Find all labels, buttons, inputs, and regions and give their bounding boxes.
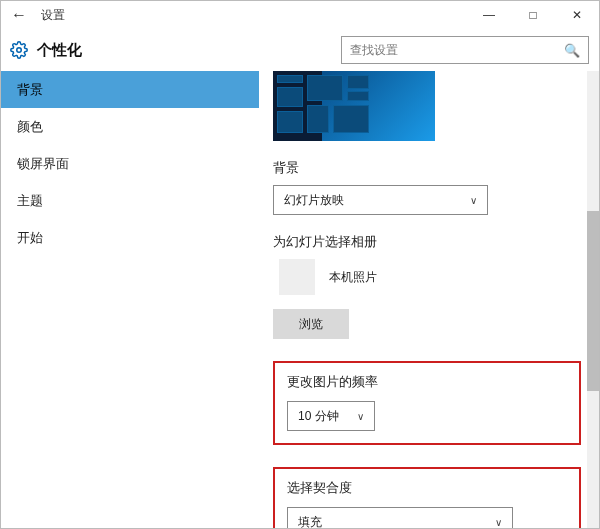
vertical-scrollbar[interactable] xyxy=(587,71,599,528)
fit-label: 选择契合度 xyxy=(287,479,567,497)
background-dropdown-value: 幻灯片放映 xyxy=(284,192,344,209)
svg-point-0 xyxy=(17,48,22,53)
close-button[interactable]: ✕ xyxy=(555,1,599,29)
album-thumbnail xyxy=(279,259,315,295)
maximize-button[interactable]: □ xyxy=(511,1,555,29)
frequency-value: 10 分钟 xyxy=(298,408,339,425)
scrollbar-thumb[interactable] xyxy=(587,211,599,391)
search-placeholder: 查找设置 xyxy=(350,42,398,59)
sidebar-item-background[interactable]: 背景 xyxy=(1,71,259,108)
header: 个性化 查找设置 🔍 xyxy=(1,29,599,71)
sidebar-item-themes[interactable]: 主题 xyxy=(1,182,259,219)
chevron-down-icon: ∨ xyxy=(495,517,502,528)
album-section-label: 为幻灯片选择相册 xyxy=(273,233,581,251)
content-panel: 背景 幻灯片放映 ∨ 为幻灯片选择相册 本机照片 浏览 更改图片的频率 10 分… xyxy=(259,71,599,528)
chevron-down-icon: ∨ xyxy=(357,411,364,422)
frequency-dropdown[interactable]: 10 分钟 ∨ xyxy=(287,401,375,431)
search-input[interactable]: 查找设置 🔍 xyxy=(341,36,589,64)
album-row: 本机照片 xyxy=(273,259,581,295)
sidebar-item-start[interactable]: 开始 xyxy=(1,219,259,256)
desktop-preview xyxy=(273,71,435,141)
page-title: 个性化 xyxy=(37,41,341,60)
fit-value: 填充 xyxy=(298,514,322,529)
sidebar: 背景 颜色 锁屏界面 主题 开始 xyxy=(1,71,259,528)
gear-icon xyxy=(1,41,37,59)
highlight-fit: 选择契合度 填充 ∨ xyxy=(273,467,581,528)
browse-button[interactable]: 浏览 xyxy=(273,309,349,339)
back-button[interactable]: ← xyxy=(1,6,37,24)
window-title: 设置 xyxy=(37,7,65,24)
titlebar: ← 设置 ― □ ✕ xyxy=(1,1,599,29)
sidebar-item-lockscreen[interactable]: 锁屏界面 xyxy=(1,145,259,182)
background-label: 背景 xyxy=(273,159,581,177)
frequency-label: 更改图片的频率 xyxy=(287,373,567,391)
album-name: 本机照片 xyxy=(329,269,377,286)
background-dropdown[interactable]: 幻灯片放映 ∨ xyxy=(273,185,488,215)
sidebar-item-colors[interactable]: 颜色 xyxy=(1,108,259,145)
fit-dropdown[interactable]: 填充 ∨ xyxy=(287,507,513,528)
highlight-frequency: 更改图片的频率 10 分钟 ∨ xyxy=(273,361,581,445)
search-icon: 🔍 xyxy=(564,43,580,58)
chevron-down-icon: ∨ xyxy=(470,195,477,206)
minimize-button[interactable]: ― xyxy=(467,1,511,29)
